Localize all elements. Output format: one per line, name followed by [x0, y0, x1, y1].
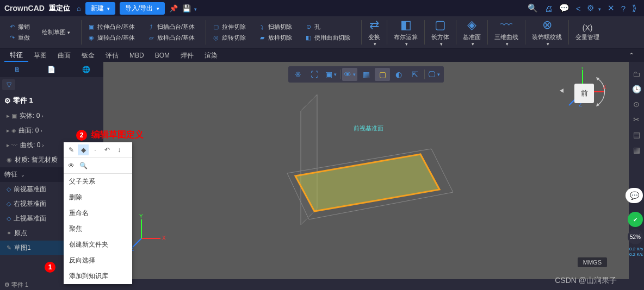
- watermark: CSDN @山涧果子: [555, 276, 617, 286]
- thread-tool[interactable]: ⊗装饰螺纹线▾: [528, 16, 566, 49]
- variable-manager[interactable]: (X)变量管理: [571, 21, 604, 43]
- units-indicator[interactable]: MMGS: [578, 257, 607, 267]
- view-cube[interactable]: X Y Z 前: [558, 67, 607, 116]
- ctx-edit-sketch-icon[interactable]: ✎: [66, 144, 77, 155]
- plane-tool[interactable]: ◈基准面▾: [459, 16, 485, 49]
- rail-clip-icon[interactable]: ✂: [633, 115, 640, 124]
- rail-folder-icon[interactable]: 🗀: [633, 70, 640, 78]
- tab-bom[interactable]: BOM: [150, 51, 175, 60]
- sweep-cut[interactable]: ⤵扫描切除: [258, 23, 292, 31]
- ctx-parent-child[interactable]: 父子关系: [64, 174, 132, 190]
- ctx-add-knowledge[interactable]: 添加到知识库: [64, 268, 132, 284]
- svg-marker-18: [560, 89, 564, 93]
- axis-gizmo-small: X Y Z: [131, 214, 169, 252]
- tab-sheetmetal[interactable]: 钣金: [76, 50, 100, 61]
- sweep-boss[interactable]: ⤴扫描凸台/基体: [147, 23, 195, 31]
- search-icon[interactable]: 🔍: [528, 3, 538, 13]
- rail-layer-icon[interactable]: ▤: [633, 130, 640, 139]
- surface-cut[interactable]: ◧使用曲面切除: [304, 34, 350, 42]
- print-icon[interactable]: 🖨: [544, 4, 553, 13]
- tree-solid[interactable]: ▸ ▣实体: 0 ›: [0, 109, 103, 123]
- transform-tool[interactable]: ⇄变换▾: [364, 16, 385, 49]
- viewport-3d[interactable]: ※ ⛶ ▣▾ 👁▾ ▦ ▢ ◐ ⇱ 🖵▾ 前视基准面 X: [103, 62, 629, 279]
- sidetab-paper-icon[interactable]: 📄: [34, 64, 69, 75]
- share-icon[interactable]: <: [576, 4, 581, 13]
- ribbon-tabs: 特征 草图 曲面 钣金 评估 MBD BOM 焊件 渲染 ⌃: [0, 49, 644, 62]
- scene-geometry: [257, 89, 475, 252]
- tab-weld[interactable]: 焊件: [175, 50, 199, 61]
- loft-cut[interactable]: ▰放样切除: [258, 34, 292, 42]
- float-widgets: ✔ 52% 0.2 K/s 0.2 K/s: [628, 210, 643, 257]
- ctx-edit-def-icon[interactable]: ◆: [78, 144, 89, 155]
- tab-sketch[interactable]: 草图: [28, 50, 52, 61]
- document-title: 重定位: [49, 3, 70, 13]
- vt-shaded-icon[interactable]: ▦: [358, 68, 374, 81]
- vt-eye-icon[interactable]: 👁▾: [342, 68, 357, 81]
- ctx-focus[interactable]: 聚焦: [64, 221, 132, 237]
- sidetab-tree-icon[interactable]: 🗎: [0, 64, 34, 75]
- float-chat-icon[interactable]: 💬: [626, 188, 643, 203]
- save-icon[interactable]: 💾 ▾: [182, 4, 197, 12]
- collapse-ribbon-icon[interactable]: ⌃: [623, 51, 640, 60]
- extrude-cut[interactable]: ▢拉伸切除: [212, 23, 246, 31]
- tab-evaluate[interactable]: 评估: [100, 50, 124, 61]
- ctx-undo-icon[interactable]: ↶: [102, 144, 113, 155]
- vt-monitor-icon[interactable]: 🖵▾: [426, 68, 442, 81]
- revolve-boss[interactable]: ◉旋转凸台/基体: [87, 34, 135, 42]
- sidetab-globe-icon[interactable]: 🌐: [69, 64, 103, 75]
- cuboid-tool[interactable]: ▢长方体▾: [427, 16, 454, 49]
- float-shield-icon[interactable]: ✔: [628, 212, 643, 227]
- ctx-invert-select[interactable]: 反向选择: [64, 253, 132, 268]
- title-bar: CrownCAD 重定位 ⌂ 新建 ▾ 导入/导出 ▾ 📌 💾 ▾ 🔍 🖨 💬 …: [0, 0, 644, 16]
- sketch-dropdown[interactable]: 绘制草图 ▾: [42, 28, 70, 36]
- tab-feature[interactable]: 特征: [4, 49, 28, 62]
- help-icon[interactable]: ?: [621, 4, 626, 13]
- tab-render[interactable]: 渲染: [199, 50, 223, 61]
- plane-label: 前视基准面: [354, 124, 383, 133]
- ctx-point-icon[interactable]: ·: [90, 144, 101, 155]
- tab-mbd[interactable]: MBD: [124, 51, 150, 60]
- vt-arrow-icon[interactable]: ⇱: [407, 68, 423, 81]
- svg-line-8: [133, 238, 141, 247]
- ribbon: ↶撤销 ↷重做 绘制草图 ▾ ▣拉伸凸台/基体 ◉旋转凸台/基体 ⤴扫描凸台/基…: [0, 16, 644, 49]
- tree-root[interactable]: ⚙ 零件 1: [0, 92, 103, 109]
- vt-fit-icon[interactable]: ⛶: [307, 68, 322, 81]
- extrude-boss[interactable]: ▣拉伸凸台/基体: [87, 23, 135, 31]
- chat-icon[interactable]: 💬: [559, 3, 569, 13]
- hole-wizard[interactable]: ⊙孔: [304, 23, 320, 31]
- ctx-new-folder[interactable]: 创建新文件夹: [64, 237, 132, 253]
- import-export-button[interactable]: 导入/导出 ▾: [120, 2, 165, 15]
- home-icon[interactable]: ⌂: [77, 4, 81, 12]
- revolve-cut[interactable]: ◎旋转切除: [212, 34, 246, 42]
- loft-boss[interactable]: ▱放样凸台/基体: [147, 34, 195, 42]
- pin-icon[interactable]: 📌: [169, 4, 178, 12]
- ctx-zoom-icon[interactable]: 🔍: [78, 160, 89, 171]
- close-icon[interactable]: ✕: [608, 3, 615, 13]
- ctx-delete[interactable]: 删除: [64, 190, 132, 205]
- float-percent[interactable]: 52%: [628, 229, 643, 244]
- redo-button[interactable]: ↷重做: [8, 34, 30, 42]
- boolean-tool[interactable]: ◧布尔运算▾: [389, 16, 422, 49]
- svg-text:Y: Y: [580, 67, 584, 71]
- curve3d-tool[interactable]: 〰三维曲线▾: [490, 16, 523, 49]
- rail-target-icon[interactable]: ⊙: [633, 100, 640, 109]
- vt-section-icon[interactable]: ◐: [391, 68, 406, 81]
- expand-icon[interactable]: ⟫: [632, 3, 636, 13]
- ctx-hide-icon[interactable]: 👁: [66, 160, 77, 171]
- rail-calc-icon[interactable]: ▦: [633, 146, 640, 154]
- ctx-down-icon[interactable]: ↓: [114, 144, 125, 155]
- svg-text:X: X: [162, 235, 166, 241]
- filter-icon[interactable]: ▽: [2, 79, 15, 90]
- status-part[interactable]: ⚙ 零件 1: [4, 281, 28, 289]
- gear-icon[interactable]: ⚙ ▾: [587, 3, 600, 13]
- ctx-rename[interactable]: 重命名: [64, 205, 132, 221]
- tab-surface[interactable]: 曲面: [52, 50, 76, 61]
- vt-cube-icon[interactable]: ▣▾: [323, 68, 338, 81]
- undo-button[interactable]: ↶撤销: [8, 23, 30, 31]
- callout-1: 1: [45, 262, 58, 273]
- view-cube-face[interactable]: 前: [574, 84, 594, 103]
- rail-clock-icon[interactable]: 🕓: [632, 85, 641, 93]
- new-button[interactable]: 新建 ▾: [85, 2, 115, 15]
- vt-center-icon[interactable]: ※: [290, 68, 306, 81]
- vt-wire-icon[interactable]: ▢: [375, 68, 390, 81]
